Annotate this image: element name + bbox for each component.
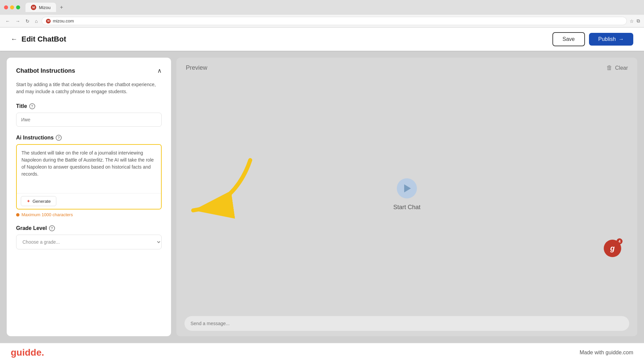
guidde-avatar-letter: g bbox=[610, 244, 614, 253]
browser-chrome: M Mizou + ← → ↻ ⌂ M mizou.com ☆ ⧉ bbox=[0, 0, 644, 27]
ai-instructions-wrapper: ✦ Generate bbox=[16, 144, 162, 209]
browser-actions: ☆ ⧉ bbox=[630, 18, 640, 24]
start-chat-area: Start Chat bbox=[393, 178, 420, 211]
char-limit-dot-icon bbox=[16, 213, 19, 217]
annotation-arrow-svg bbox=[183, 154, 257, 221]
app-content: ← Edit ChatBot Save Publish → Chatbot In… bbox=[0, 27, 644, 362]
back-nav-button[interactable]: ← bbox=[4, 17, 11, 25]
section-description: Start by adding a title that clearly des… bbox=[16, 81, 162, 95]
bookmark-button[interactable]: ☆ bbox=[630, 18, 634, 24]
preview-title: Preview bbox=[186, 64, 207, 71]
guidde-avatar-container: g 4 bbox=[612, 266, 629, 284]
title-input[interactable] bbox=[16, 113, 162, 127]
address-bar[interactable]: M mizou.com bbox=[42, 17, 627, 25]
preview-content: Start Chat g 4 bbox=[176, 78, 637, 311]
generate-star-icon: ✦ bbox=[26, 198, 31, 204]
ai-instructions-label-text: Ai Instructions bbox=[16, 135, 54, 141]
collapse-icon: ∧ bbox=[157, 67, 162, 74]
ai-instructions-help-icon[interactable]: ? bbox=[56, 135, 62, 141]
minimize-traffic-light[interactable] bbox=[10, 5, 14, 9]
tab-logo-icon: M bbox=[31, 5, 36, 10]
play-triangle-icon bbox=[404, 184, 411, 192]
section-title-text: Chatbot Instructions bbox=[16, 67, 75, 74]
arrow-annotation bbox=[183, 154, 257, 222]
reload-button[interactable]: ↻ bbox=[24, 17, 31, 25]
close-traffic-light[interactable] bbox=[4, 5, 8, 9]
footer-credit: Made with guidde.com bbox=[580, 350, 633, 356]
char-limit-notice: Maximum 1000 characters bbox=[16, 212, 162, 217]
title-help-icon[interactable]: ? bbox=[29, 103, 35, 109]
tab-title: Mizou bbox=[39, 5, 51, 10]
section-title-container: Chatbot Instructions bbox=[16, 67, 82, 74]
browser-title-bar: M Mizou + bbox=[0, 0, 644, 15]
active-tab[interactable]: M Mizou bbox=[25, 3, 56, 12]
grade-select[interactable]: Choose a grade... Grade 1 Grade 2 Grade … bbox=[16, 235, 162, 249]
grade-help-icon[interactable]: ? bbox=[49, 225, 55, 231]
site-logo-icon: M bbox=[46, 19, 51, 23]
ai-instructions-textarea[interactable] bbox=[17, 145, 161, 192]
back-button[interactable]: ← bbox=[11, 35, 17, 43]
generate-label: Generate bbox=[33, 199, 51, 204]
title-field-label: Title ? bbox=[16, 103, 162, 109]
message-input[interactable] bbox=[184, 316, 629, 331]
guidde-logo: guidde. bbox=[11, 347, 44, 358]
page-title: Edit ChatBot bbox=[21, 35, 66, 44]
maximize-traffic-light[interactable] bbox=[16, 5, 20, 9]
generate-button[interactable]: ✦ Generate bbox=[21, 196, 56, 206]
publish-label: Publish bbox=[598, 36, 616, 42]
publish-arrow-icon: → bbox=[619, 36, 624, 42]
guidde-avatar[interactable]: g 4 bbox=[604, 240, 621, 257]
clear-button[interactable]: 🗑 Clear bbox=[606, 64, 628, 71]
forward-nav-button[interactable]: → bbox=[14, 17, 21, 25]
url-text: mizou.com bbox=[53, 18, 74, 23]
start-chat-label: Start Chat bbox=[393, 204, 420, 211]
ai-instructions-field-label: Ai Instructions ? bbox=[16, 135, 162, 141]
clear-label: Clear bbox=[615, 65, 628, 71]
generate-bar: ✦ Generate bbox=[17, 193, 161, 209]
grade-label-text: Grade Level bbox=[16, 225, 47, 231]
preview-header: Preview 🗑 Clear bbox=[176, 58, 637, 78]
browser-nav-bar: ← → ↻ ⌂ M mizou.com ☆ ⧉ bbox=[0, 15, 644, 27]
guidde-notification-badge: 4 bbox=[616, 238, 623, 244]
traffic-lights bbox=[4, 5, 20, 9]
title-label-text: Title bbox=[16, 103, 27, 109]
tab-bar: M Mizou + bbox=[25, 3, 66, 12]
left-panel: Chatbot Instructions ∧ Start by adding a… bbox=[7, 58, 171, 336]
char-limit-text: Maximum 1000 characters bbox=[21, 212, 73, 217]
home-button[interactable]: ⌂ bbox=[34, 17, 39, 25]
clear-trash-icon: 🗑 bbox=[606, 64, 612, 71]
save-button[interactable]: Save bbox=[552, 32, 585, 46]
app-header: ← Edit ChatBot Save Publish → bbox=[0, 27, 644, 51]
grade-level-field-label: Grade Level ? bbox=[16, 225, 162, 231]
collapse-button[interactable]: ∧ bbox=[157, 67, 162, 74]
app-footer: guidde. Made with guidde.com bbox=[0, 343, 644, 362]
main-layout: Chatbot Instructions ∧ Start by adding a… bbox=[0, 51, 644, 343]
header-actions: Save Publish → bbox=[552, 32, 633, 46]
extensions-button[interactable]: ⧉ bbox=[637, 18, 640, 24]
play-button[interactable] bbox=[397, 178, 417, 198]
message-input-bar bbox=[176, 311, 637, 336]
section-header: Chatbot Instructions ∧ bbox=[16, 67, 162, 74]
preview-panel: Preview 🗑 Clear bbox=[176, 58, 637, 336]
publish-button[interactable]: Publish → bbox=[589, 33, 633, 46]
new-tab-button[interactable]: + bbox=[57, 3, 66, 12]
